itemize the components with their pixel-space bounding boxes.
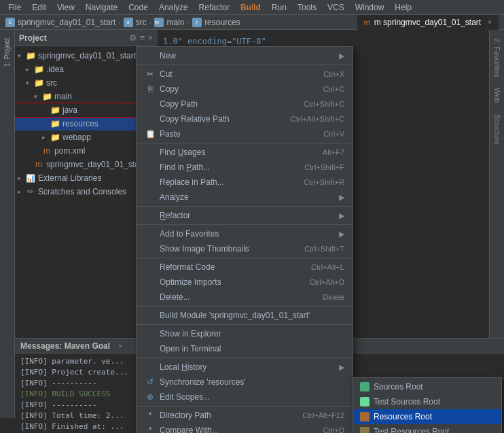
active-tab-label: m springmvc_day01_01_start <box>374 18 481 27</box>
ctx-paste[interactable]: 📋 Paste Ctrl+V <box>137 126 353 141</box>
menu-vcs[interactable]: VCS <box>322 1 350 14</box>
breadcrumb-part-3: resources <box>204 18 240 27</box>
ctx-show-thumbnails-label: Show Image Thumbnails <box>160 244 304 254</box>
panel-layout-icon[interactable]: ≡ <box>140 33 145 43</box>
ctx-new[interactable]: New ▶ <box>137 48 353 63</box>
ctx-optimize-label: Optimize Imports <box>160 277 310 287</box>
ctx-cut[interactable]: ✂ Cut Ctrl+X <box>137 67 353 82</box>
ctx-refactor[interactable]: Refactor ▶ <box>137 208 353 223</box>
menu-window[interactable]: Window <box>350 1 390 14</box>
ctx-reformat-shortcut: Ctrl+Alt+L <box>311 263 344 271</box>
idea-folder-icon: 📁 <box>34 65 43 74</box>
ctx-copy-path[interactable]: Copy Path Ctrl+Shift+C <box>137 97 353 111</box>
mark-directory-submenu: Sources Root Test Sources Root Resources… <box>353 377 502 433</box>
ctx-new-arrow: ▶ <box>339 52 344 60</box>
ctx-add-favorites-label: Add to Favorites <box>160 229 336 239</box>
arrow-scratches: ▸ <box>18 188 24 195</box>
ctx-show-thumbnails[interactable]: Show Image Thumbnails Ctrl+Shift+T <box>137 241 353 256</box>
menu-bar: File Edit View Navigate Code Analyze Ref… <box>0 0 504 15</box>
submenu-sources-root[interactable]: Sources Root <box>353 379 501 394</box>
ctx-paste-label: Paste <box>160 129 323 139</box>
ctx-find-usages-shortcut: Alt+F7 <box>323 148 344 156</box>
sidebar-tab-project[interactable]: 1: Project <box>2 33 12 72</box>
ctx-reformat[interactable]: Reformat Code Ctrl+Alt+L <box>137 260 353 275</box>
ctx-show-explorer[interactable]: Show in Explorer <box>137 326 353 341</box>
ctx-sep-1 <box>137 65 353 65</box>
ctx-show-explorer-icon <box>145 328 156 339</box>
submenu-test-resources-root[interactable]: Test Resources Root <box>353 424 501 433</box>
ctx-copy-rel[interactable]: Copy Relative Path Ctrl+Alt+Shift+C <box>137 111 353 126</box>
menu-view[interactable]: View <box>52 1 80 14</box>
ctx-sep-8 <box>137 358 353 358</box>
ctx-replace-path-shortcut: Ctrl+Shift+R <box>304 178 344 186</box>
tree-label-java: java <box>62 105 77 115</box>
ctx-compare-with-shortcut: Ctrl+D <box>323 426 344 433</box>
arrow-root: ▾ <box>18 52 24 59</box>
ctx-compare-with[interactable]: * Compare With... Ctrl+D <box>137 423 353 433</box>
ctx-find-usages[interactable]: Find Usages Alt+F7 <box>137 145 353 160</box>
menu-refactor[interactable]: Refactor <box>194 1 235 14</box>
right-tab-structure[interactable]: Structure <box>492 109 503 150</box>
ctx-copy[interactable]: ⎘ Copy Ctrl+C <box>137 82 353 97</box>
ctx-optimize[interactable]: Optimize Imports Ctrl+Alt+O <box>137 275 353 290</box>
ctx-copy-path-icon <box>145 99 156 109</box>
ctx-cut-label: Cut <box>160 69 323 79</box>
context-menu: New ▶ ✂ Cut Ctrl+X ⎘ Copy Ctrl+C Copy Pa… <box>136 46 353 433</box>
ctx-find-path-label: Find in Path... <box>160 162 304 172</box>
ctx-synchronize-label: Synchronize 'resources' <box>160 377 344 387</box>
ctx-find-usages-icon <box>145 147 156 158</box>
ctx-refactor-arrow: ▶ <box>339 211 344 220</box>
tree-label-webapp: webapp <box>62 133 91 142</box>
ctx-delete[interactable]: Delete... Delete <box>137 290 353 305</box>
tree-label-root: springmvc_day01_01_start <box>38 51 136 60</box>
right-tab-favorites[interactable]: 2: Favorites <box>492 33 503 82</box>
ctx-open-terminal[interactable]: Open in Terminal <box>137 341 353 356</box>
ctx-optimize-icon <box>145 277 156 288</box>
ctx-build-module[interactable]: Build Module 'springmvc_day01_01_start' <box>137 308 353 323</box>
tree-label-main: main <box>54 92 72 101</box>
ctx-synchronize[interactable]: ↺ Synchronize 'resources' <box>137 375 353 389</box>
ctx-find-usages-label: Find Usages <box>160 148 323 157</box>
ctx-find-path[interactable]: Find in Path... Ctrl+Shift+F <box>137 160 353 175</box>
ctx-copy-icon: ⎘ <box>145 84 156 94</box>
pom-file-icon: m <box>42 146 52 156</box>
ctx-optimize-shortcut: Ctrl+Alt+O <box>310 278 344 286</box>
breadcrumb-sep-3: › <box>187 18 190 27</box>
ctx-analyze[interactable]: Analyze ▶ <box>137 190 353 205</box>
java-folder-icon: 📁 <box>50 105 60 115</box>
tab-close-button[interactable]: × <box>488 18 492 26</box>
ctx-directory-path[interactable]: * Directory Path Ctrl+Alt+F12 <box>137 408 353 423</box>
submenu-test-sources-root[interactable]: Test Sources Root <box>353 394 501 409</box>
scratches-icon: ✏ <box>26 187 35 196</box>
ctx-local-history[interactable]: Local History ▶ <box>137 360 353 375</box>
ctx-local-history-label: Local History <box>160 362 336 372</box>
menu-run[interactable]: Run <box>266 1 292 14</box>
menu-file[interactable]: File <box>3 1 26 14</box>
menu-navigate[interactable]: Navigate <box>80 1 123 14</box>
ctx-reformat-label: Reformat Code <box>160 262 311 272</box>
tree-label-idea: .idea <box>46 65 64 74</box>
menu-tools[interactable]: Tools <box>292 1 322 14</box>
ctx-copy-rel-label: Copy Relative Path <box>160 114 291 124</box>
ctx-refactor-label: Refactor <box>160 211 336 220</box>
ctx-show-explorer-label: Show in Explorer <box>160 329 344 339</box>
panel-settings-icon[interactable]: ⚙ <box>129 33 137 43</box>
panel-close-icon[interactable]: × <box>147 33 153 43</box>
menu-analyze[interactable]: Analyze <box>154 1 194 14</box>
ctx-directory-path-shortcut: Ctrl+Alt+F12 <box>302 411 344 419</box>
ctx-replace-path[interactable]: Replace in Path... Ctrl+Shift+R <box>137 175 353 190</box>
ctx-local-history-arrow: ▶ <box>339 363 344 372</box>
submenu-resources-root[interactable]: Resources Root <box>353 409 501 424</box>
bottom-panel-close-icon[interactable]: × <box>118 342 122 350</box>
menu-code[interactable]: Code <box>123 1 154 14</box>
menu-edit[interactable]: Edit <box>26 1 52 14</box>
test-resources-root-icon <box>360 427 370 433</box>
ctx-edit-scopes[interactable]: ⊕ Edit Scopes... <box>137 389 353 404</box>
ctx-directory-path-icon: * <box>145 410 156 421</box>
right-tab-web[interactable]: Web <box>492 82 503 108</box>
ctx-add-favorites[interactable]: Add to Favorites ▶ <box>137 226 353 241</box>
sources-root-icon <box>360 382 370 392</box>
menu-help[interactable]: Help <box>389 1 417 14</box>
ctx-sep-9 <box>137 406 353 406</box>
menu-build[interactable]: Build <box>235 1 266 14</box>
